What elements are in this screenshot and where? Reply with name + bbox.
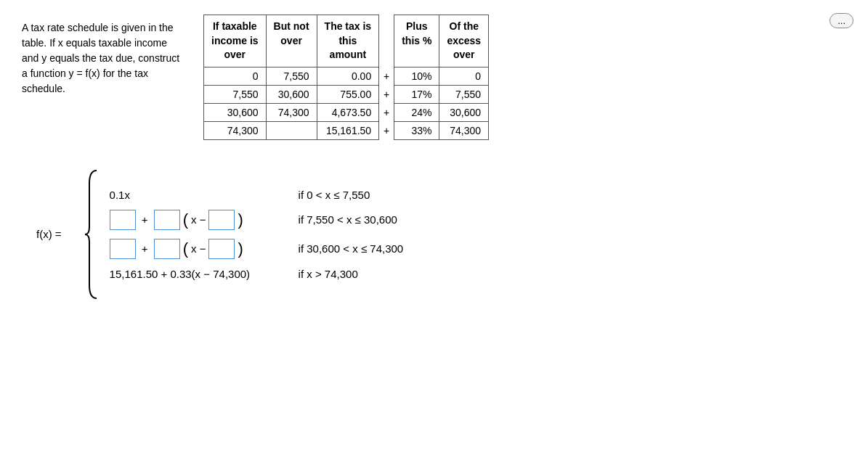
close-paren-2: ) bbox=[238, 212, 243, 228]
top-section: A tax rate schedule is given in the tabl… bbox=[22, 15, 846, 140]
cell-tax-1: 0.00 bbox=[317, 67, 379, 85]
tax-table: If taxableincome isover But notover The … bbox=[203, 15, 489, 140]
cell-tax-3: 4,673.50 bbox=[317, 103, 379, 121]
table-row: 74,300 15,161.50 + 33% 74,300 bbox=[204, 121, 489, 139]
input-box-2c[interactable] bbox=[208, 210, 235, 230]
case-expr-3: + ( x − ) bbox=[110, 239, 277, 259]
case-row-1: 0.1x if 0 < x ≤ 7,550 bbox=[110, 189, 404, 201]
col-header-5: Of theexcessover bbox=[439, 15, 489, 67]
cell-income-1: 0 bbox=[204, 67, 267, 85]
case-row-4: 15,161.50 + 0.33(x − 74,300) if x > 74,3… bbox=[110, 268, 404, 280]
case-1-text: 0.1x bbox=[110, 189, 130, 201]
col-header-2: But notover bbox=[266, 15, 317, 67]
close-paren-3: ) bbox=[238, 241, 243, 257]
input-box-3c[interactable] bbox=[208, 239, 235, 259]
bottom-section: f(x) = 0.1x if 0 < x ≤ 7,550 bbox=[22, 162, 846, 300]
more-button[interactable]: ... bbox=[830, 13, 853, 28]
col-header-3: The tax isthisamount bbox=[317, 15, 379, 67]
cell-butnot-2: 30,600 bbox=[266, 85, 317, 103]
case-3-condition: if 30,600 < x ≤ 74,300 bbox=[299, 242, 404, 255]
plus-sign-2: + bbox=[139, 213, 151, 226]
input-box-2a[interactable] bbox=[110, 210, 136, 230]
open-paren-2: ( bbox=[183, 212, 188, 228]
cell-butnot-4 bbox=[266, 121, 317, 139]
cell-excess-2: 7,550 bbox=[439, 85, 489, 103]
function-label: f(x) = bbox=[36, 228, 62, 240]
cell-pct-4: 33% bbox=[394, 121, 439, 139]
x-sign-2: x − bbox=[191, 213, 206, 226]
col-header-plus bbox=[379, 15, 394, 67]
cell-excess-3: 30,600 bbox=[439, 103, 489, 121]
main-container: A tax rate schedule is given in the tabl… bbox=[0, 0, 868, 314]
cell-pct-2: 17% bbox=[394, 85, 439, 103]
col-header-4: Plusthis % bbox=[394, 15, 439, 67]
case-4-condition: if x > 74,300 bbox=[299, 268, 358, 280]
case-expr-4: 15,161.50 + 0.33(x − 74,300) bbox=[110, 268, 277, 280]
cell-tax-4: 15,161.50 bbox=[317, 121, 379, 139]
cell-excess-4: 74,300 bbox=[439, 121, 489, 139]
cell-excess-1: 0 bbox=[439, 67, 489, 85]
cell-income-3: 30,600 bbox=[204, 103, 267, 121]
piecewise-function: 0.1x if 0 < x ≤ 7,550 + ( x − ) bbox=[84, 169, 404, 300]
case-expr-1: 0.1x bbox=[110, 189, 277, 201]
cell-pct-3: 24% bbox=[394, 103, 439, 121]
table-row: 7,550 30,600 755.00 + 17% 7,550 bbox=[204, 85, 489, 103]
cases-list: 0.1x if 0 < x ≤ 7,550 + ( x − ) bbox=[110, 169, 404, 300]
open-paren-3: ( bbox=[183, 241, 188, 257]
case-row-2: + ( x − ) if 7,550 < x ≤ 30,600 bbox=[110, 210, 404, 230]
plus-sign-3: + bbox=[139, 242, 151, 255]
description-text: A tax rate schedule is given in the tabl… bbox=[22, 15, 182, 97]
case-2-condition: if 7,550 < x ≤ 30,600 bbox=[299, 213, 397, 226]
table-row: 30,600 74,300 4,673.50 + 24% 30,600 bbox=[204, 103, 489, 121]
cell-plus-1: + bbox=[379, 67, 394, 85]
cell-butnot-3: 74,300 bbox=[266, 103, 317, 121]
cell-plus-3: + bbox=[379, 103, 394, 121]
case-1-condition: if 0 < x ≤ 7,550 bbox=[299, 189, 370, 201]
input-box-2b[interactable] bbox=[154, 210, 180, 230]
cell-butnot-1: 7,550 bbox=[266, 67, 317, 85]
brace-container bbox=[84, 169, 98, 300]
case-expr-2: + ( x − ) bbox=[110, 210, 277, 230]
cell-plus-2: + bbox=[379, 85, 394, 103]
cell-plus-4: + bbox=[379, 121, 394, 139]
x-sign-3: x − bbox=[191, 242, 206, 255]
case-4-text: 15,161.50 + 0.33(x − 74,300) bbox=[110, 268, 250, 280]
cell-tax-2: 755.00 bbox=[317, 85, 379, 103]
case-row-3: + ( x − ) if 30,600 < x ≤ 74,300 bbox=[110, 239, 404, 259]
cell-income-4: 74,300 bbox=[204, 121, 267, 139]
input-box-3a[interactable] bbox=[110, 239, 136, 259]
brace-icon bbox=[84, 169, 98, 300]
table-row: 0 7,550 0.00 + 10% 0 bbox=[204, 67, 489, 85]
col-header-1: If taxableincome isover bbox=[204, 15, 267, 67]
cell-income-2: 7,550 bbox=[204, 85, 267, 103]
cell-pct-1: 10% bbox=[394, 67, 439, 85]
input-box-3b[interactable] bbox=[154, 239, 180, 259]
